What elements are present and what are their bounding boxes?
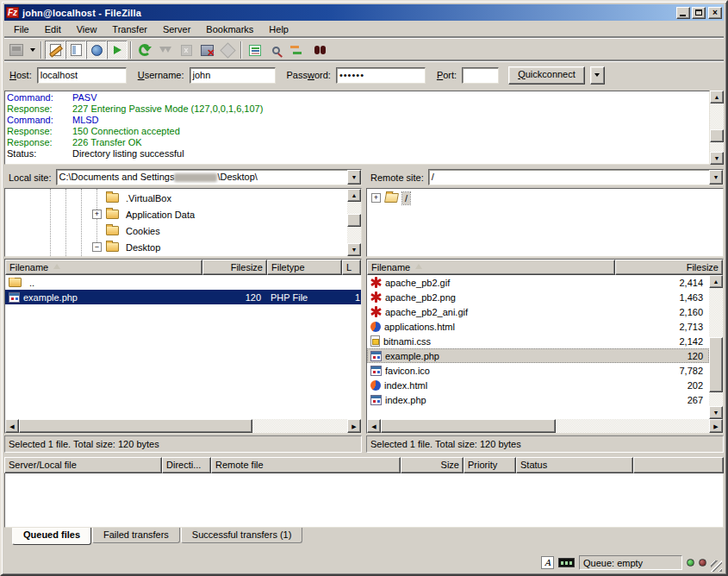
remote-pane: Remote site: / ▼ +/ Filename Filesize — [366, 168, 724, 453]
tree-item-application-data[interactable]: +Application Data — [5, 206, 347, 222]
menu-view[interactable]: View — [69, 22, 105, 37]
menu-file[interactable]: File — [6, 22, 37, 37]
local-file-row-parent[interactable]: .. — [5, 275, 361, 290]
tree-expand-icon[interactable]: + — [92, 210, 102, 219]
tab-queued-files[interactable]: Queued files — [12, 528, 91, 545]
quickconnect-dropdown-button[interactable] — [590, 66, 605, 85]
tree-expand-icon[interactable]: + — [371, 193, 381, 203]
local-horizontal-scrollbar[interactable]: ◀ ▶ — [5, 419, 361, 433]
local-site-path[interactable]: C:\Documents and Settings\Desktop\ — [57, 170, 347, 185]
tree-item-root[interactable]: +/ — [367, 190, 723, 206]
port-input[interactable] — [462, 67, 499, 84]
log-vertical-scrollbar[interactable]: ▲ ▼ — [710, 91, 724, 165]
local-column-last-modified[interactable]: L — [342, 260, 361, 275]
remote-site-dropdown-button[interactable]: ▼ — [709, 170, 723, 185]
scrollbar-thumb[interactable] — [709, 337, 723, 392]
tab-failed-transfers[interactable]: Failed transfers — [92, 528, 180, 543]
filter-button[interactable] — [245, 41, 265, 59]
scrollbar-thumb[interactable] — [710, 129, 724, 143]
menu-help[interactable]: Help — [261, 22, 296, 37]
image-file-icon — [370, 306, 382, 317]
remote-file-row[interactable]: applications.html 2,713 — [367, 319, 709, 334]
tree-item-virtualbox[interactable]: .VirtualBox — [5, 190, 347, 206]
synchronized-browsing-button[interactable] — [286, 41, 307, 59]
host-input[interactable]: localhost — [37, 67, 127, 84]
tab-successful-transfers[interactable]: Successful transfers (1) — [181, 528, 303, 543]
local-site-dropdown-button[interactable]: ▼ — [347, 170, 361, 185]
toggle-message-log-button[interactable] — [45, 41, 65, 59]
scrollbar-thumb[interactable] — [381, 419, 556, 433]
queue-body[interactable] — [4, 473, 724, 528]
local-site-combo[interactable]: C:\Documents and Settings\Desktop\ ▼ — [56, 169, 362, 185]
site-manager-dropdown-button[interactable] — [27, 41, 38, 59]
remote-file-row-example-php[interactable]: example.php 120 — [367, 348, 709, 363]
remote-file-row[interactable]: favicon.ico 7,782 — [367, 363, 709, 378]
remote-file-row[interactable]: apache_pb2_ani.gif 2,160 — [367, 304, 709, 319]
toggle-remote-tree-button[interactable] — [86, 41, 107, 59]
menu-edit[interactable]: Edit — [37, 22, 69, 37]
password-input[interactable]: •••••• — [336, 67, 426, 84]
remote-list-vertical-scrollbar[interactable]: ▲ ▼ — [709, 275, 723, 419]
cancel-operation-button[interactable]: x — [176, 41, 196, 59]
local-tree-vertical-scrollbar[interactable]: ▲ ▼ — [347, 189, 361, 256]
site-manager-button[interactable] — [6, 41, 27, 59]
scroll-down-button[interactable]: ▼ — [710, 152, 724, 165]
queue-column-status[interactable]: Status — [516, 457, 633, 473]
filezilla-app-icon: Fz — [6, 7, 19, 18]
maximize-button[interactable] — [692, 7, 706, 19]
queue-column-priority[interactable]: Priority — [464, 457, 516, 473]
queue-column-server-local-file[interactable]: Server/Local file — [4, 457, 162, 473]
maximize-icon — [695, 9, 702, 16]
scrollbar-thumb[interactable] — [19, 419, 252, 433]
tree-collapse-icon[interactable]: − — [92, 242, 102, 252]
scroll-left-button[interactable]: ◀ — [5, 419, 19, 433]
tree-item-cookies[interactable]: Cookies — [5, 222, 347, 239]
toggle-local-tree-button[interactable] — [65, 41, 86, 59]
scroll-up-button[interactable]: ▲ — [347, 189, 361, 202]
remote-site-combo[interactable]: / ▼ — [428, 169, 724, 185]
remote-file-row[interactable]: index.html 202 — [367, 378, 709, 392]
remote-file-row[interactable]: bitnami.css 2,142 — [367, 334, 709, 348]
resize-grip[interactable] — [711, 560, 722, 572]
queue-column-size[interactable]: Size — [401, 457, 464, 473]
local-file-row-example-php[interactable]: example.php 120 PHP File 1 — [5, 290, 361, 304]
scrollbar-thumb[interactable] — [347, 214, 361, 227]
remote-file-row[interactable]: index.php 267 — [367, 392, 709, 407]
scroll-right-button[interactable]: ▶ — [347, 419, 361, 433]
remote-horizontal-scrollbar[interactable]: ◀ ▶ — [367, 419, 723, 433]
queue-column-remote-file[interactable]: Remote file — [211, 457, 401, 473]
process-queue-button[interactable] — [155, 41, 176, 59]
scroll-down-button[interactable]: ▼ — [709, 406, 723, 419]
scroll-right-button[interactable]: ▶ — [709, 419, 723, 433]
scroll-down-button[interactable]: ▼ — [347, 243, 361, 256]
queue-column-direction[interactable]: Directi... — [162, 457, 211, 473]
local-site-label: Local site: — [4, 172, 56, 183]
toggle-queue-button[interactable] — [107, 41, 128, 59]
quickconnect-button[interactable]: Quickconnect — [508, 66, 585, 85]
tree-item-desktop[interactable]: −Desktop — [5, 239, 347, 255]
menu-transfer[interactable]: Transfer — [104, 22, 155, 37]
menu-bookmarks[interactable]: Bookmarks — [198, 22, 261, 37]
remote-column-filename[interactable]: Filename — [367, 260, 615, 275]
local-column-filename[interactable]: Filename — [5, 260, 202, 275]
scroll-up-button[interactable]: ▲ — [710, 91, 724, 103]
disconnect-button[interactable] — [196, 41, 217, 59]
scroll-up-button[interactable]: ▲ — [709, 275, 723, 288]
local-column-filetype[interactable]: Filetype — [267, 260, 342, 275]
remote-file-row[interactable]: apache_pb2.gif 2,414 — [367, 275, 709, 290]
scroll-left-button[interactable]: ◀ — [367, 419, 381, 433]
speed-limit-icon — [558, 558, 575, 567]
menu-server[interactable]: Server — [155, 22, 198, 37]
find-files-button[interactable] — [307, 41, 327, 59]
remote-site-path[interactable]: / — [429, 170, 709, 185]
reconnect-button[interactable] — [217, 41, 238, 59]
minimize-button[interactable] — [676, 7, 690, 19]
remote-column-filesize[interactable]: Filesize — [615, 260, 723, 275]
title-bar[interactable]: Fz john@localhost - FileZilla × — [4, 4, 724, 21]
username-input[interactable]: john — [190, 67, 276, 84]
directory-comparison-button[interactable] — [265, 41, 286, 59]
local-column-filesize[interactable]: Filesize — [202, 260, 267, 275]
refresh-button[interactable] — [134, 41, 155, 59]
close-button[interactable]: × — [708, 7, 722, 19]
remote-file-row[interactable]: apache_pb2.png 1,463 — [367, 290, 709, 304]
